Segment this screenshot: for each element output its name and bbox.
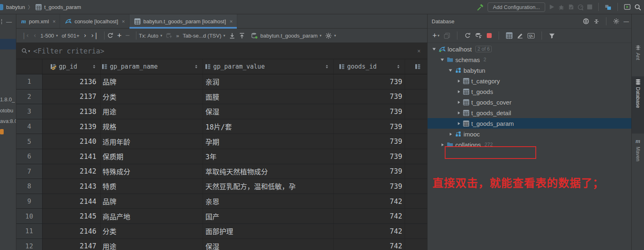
cell-gp-param-value[interactable]: 孕期 [203,134,334,149]
cell-gp-id[interactable]: 2139 [42,119,101,134]
project-item-fragment[interactable]: 1.8.0_ [0,96,15,103]
cell-gp-id[interactable]: 2147 [42,239,101,250]
cell-gp-param-name[interactable]: 特质 [101,179,203,194]
cell-goods-id[interactable]: 739 [334,104,405,119]
cell-gp-param-value[interactable]: 3年 [203,149,334,164]
refresh-icon[interactable] [464,32,471,39]
row-number[interactable]: 11 [16,224,42,239]
close-icon[interactable]: × [230,18,233,25]
cell-extra[interactable] [405,119,427,134]
chevron-right-icon[interactable] [456,79,461,83]
chevron-right-icon[interactable] [448,132,453,136]
previous-page-icon[interactable]: ‹ [33,32,37,39]
cell-gp-param-name[interactable]: 品牌 [101,74,203,89]
cell-gp-param-value[interactable]: 面膜 [203,89,334,104]
cell-gp-id[interactable]: 2138 [42,104,101,119]
cell-gp-param-value[interactable]: 18片/套 [203,119,334,134]
cell-extra[interactable] [405,74,427,89]
row-number[interactable]: 8 [16,179,42,194]
sort-icon[interactable] [397,64,400,69]
row-number[interactable]: 2 [16,89,42,104]
cell-goods-id[interactable]: 739 [334,134,405,149]
cell-gp-param-value[interactable]: 面部护理 [203,224,334,239]
hide-panel-icon[interactable]: — [624,18,629,25]
cell-goods-id[interactable]: 742 [334,209,405,223]
column-header-gp-param-name[interactable]: gp_param_name [101,59,203,74]
cell-extra[interactable] [405,239,427,250]
chevron-right-icon[interactable] [456,90,461,94]
cell-gp-param-name[interactable]: 规格 [101,119,203,134]
sort-icon[interactable] [93,64,96,69]
filter-criteria-input[interactable]: <Filter criteria> [33,47,105,55]
cell-gp-param-name[interactable]: 适用年龄 [101,134,203,149]
close-icon[interactable]: × [122,18,125,25]
tab-babytun-t-goods-param[interactable]: babytun.t_goods_param [localhost] × [129,14,237,28]
export-download-icon[interactable] [229,33,235,39]
row-number[interactable]: 7 [16,164,42,179]
output-format-select[interactable]: Tab-se...d (TSV)▾ [183,33,225,39]
tab-pom-xml[interactable]: m pom.xml × [16,14,60,28]
cell-extra[interactable] [405,224,427,239]
cell-extra[interactable] [405,194,427,209]
row-number[interactable]: 5 [16,134,42,149]
cell-goods-id[interactable]: 739 [334,119,405,134]
project-selected-item[interactable] [0,39,16,49]
row-number[interactable]: 1 [16,74,42,89]
project-item-fragment[interactable]: otobu [0,107,13,114]
build-hammer-icon[interactable] [477,4,484,11]
hide-panel-icon[interactable]: — [6,18,12,25]
cell-extra[interactable] [405,149,427,164]
sort-icon[interactable] [195,64,198,69]
stripe-button-ant[interactable]: Ant [632,42,644,62]
cell-gp-param-name[interactable]: 特殊成分 [101,164,203,179]
tree-item-t_category[interactable]: t_category [428,76,631,86]
tab-console-localhost[interactable]: console [localhost] × [60,14,129,28]
chevron-down-icon[interactable] [432,47,437,51]
jump-to-console-icon[interactable]: QL [528,33,535,38]
cell-gp-id[interactable]: 2136 [42,74,101,89]
tree-item-t_goods[interactable]: t_goods [428,86,631,97]
tree-item-localhost[interactable]: localhost2 of 6 [428,44,631,54]
cell-gp-param-value[interactable]: 萃取纯天然植物成分 [203,164,334,179]
globe-icon[interactable] [583,18,589,25]
breadcrumb-table[interactable]: t_goods_param [44,4,81,10]
datasource-select[interactable]: babytun.t_goods_param▾ [251,32,322,39]
tree-item-imooc[interactable]: imooc [428,129,631,139]
cell-extra[interactable] [405,104,427,119]
row-number[interactable]: 4 [16,119,42,134]
chevron-down-icon[interactable] [448,68,453,72]
close-icon[interactable]: × [53,18,56,25]
chevron-right-icon[interactable] [440,143,445,147]
chevron-right-icon[interactable] [456,111,461,115]
cell-gp-param-value[interactable]: 亲恩 [203,194,334,209]
chevron-right-icon[interactable] [456,122,461,125]
cell-goods-id[interactable]: 742 [334,224,405,239]
next-page-icon[interactable]: › [83,32,87,39]
cell-gp-id[interactable]: 2137 [42,89,101,104]
cell-gp-param-name[interactable]: 品牌 [101,194,203,209]
project-structure-icon[interactable] [605,4,611,10]
chevron-right-icon[interactable] [456,100,461,104]
cell-gp-param-name[interactable]: 商品产地 [101,209,203,223]
column-header-gp-param-value[interactable]: gp_param_value [203,59,334,74]
cell-extra[interactable] [405,164,427,179]
tree-item-babytun[interactable]: babytun [428,65,631,76]
cell-gp-id[interactable]: 2142 [42,164,101,179]
cell-extra[interactable] [405,209,427,223]
cell-gp-id[interactable]: 2143 [42,179,101,194]
cell-goods-id[interactable]: 739 [334,149,405,164]
cell-gp-param-value[interactable]: 保湿 [203,104,334,119]
cell-gp-id[interactable]: 2145 [42,209,101,223]
row-number[interactable]: 3 [16,104,42,119]
cell-goods-id[interactable]: 742 [334,194,405,209]
row-number[interactable]: 6 [16,149,42,164]
new-item-icon[interactable]: +▾ [432,31,439,40]
cell-goods-id[interactable]: 739 [334,179,405,194]
cell-goods-id[interactable]: 739 [334,164,405,179]
cell-gp-param-name[interactable]: 用途 [101,239,203,250]
cell-goods-id[interactable]: 742 [334,239,405,250]
cell-gp-param-value[interactable]: 保湿 [203,239,334,250]
hidden-actions-chevrons[interactable]: » [176,33,179,39]
first-page-icon[interactable]: |‹ [22,32,29,39]
project-item-fragment[interactable]: ava:8.0 [0,118,16,124]
